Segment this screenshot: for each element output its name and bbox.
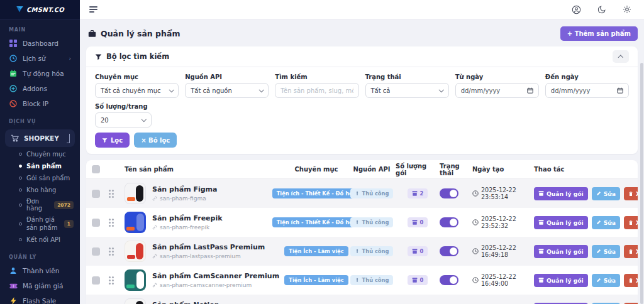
source-badge: Thủ công xyxy=(350,275,394,285)
funnel-icon xyxy=(102,138,108,143)
manage-packages-button[interactable]: Quản lý gói xyxy=(534,216,588,229)
delete-button[interactable]: Xóa xyxy=(624,216,638,229)
sidebar-item-addons[interactable]: Addons xyxy=(0,81,80,96)
page-title: Quản lý sản phẩm xyxy=(88,29,180,38)
to-date-input[interactable]: dd/mm/yyyy xyxy=(545,83,629,98)
row-checkbox[interactable] xyxy=(92,247,100,256)
delete-button[interactable]: Xóa xyxy=(624,245,638,258)
status-filter-select[interactable]: Tất cả xyxy=(365,83,449,98)
sidebar-item-product-reviews[interactable]: Đánh giá sản phẩm1 xyxy=(0,214,80,234)
row-checkbox[interactable] xyxy=(92,219,100,227)
status-toggle[interactable] xyxy=(440,217,458,227)
package-count-badge: 0 xyxy=(408,246,428,256)
select-all-checkbox[interactable] xyxy=(92,165,100,173)
product-thumbnail xyxy=(125,183,146,204)
filter-card-title: Bộ lọc tìm kiếm xyxy=(95,52,169,61)
collapse-filter-button[interactable] xyxy=(613,50,629,63)
drag-handle-icon[interactable] xyxy=(109,247,111,249)
drag-handle-icon[interactable] xyxy=(109,276,111,278)
edit-button[interactable]: Sửa xyxy=(592,187,620,200)
category-filter-select[interactable]: Tất cả chuyên mục xyxy=(95,83,179,98)
column-category: Chuyên mục xyxy=(285,166,348,173)
product-thumbnail xyxy=(125,241,146,262)
created-date: 2025-12-22 23:52:32 xyxy=(472,215,534,229)
edit-button[interactable]: Sửa xyxy=(592,245,620,258)
source-filter-label: Nguồn API xyxy=(185,73,269,80)
sidebar-section-main: MAIN xyxy=(0,19,80,36)
sidebar-item-automation[interactable]: Tự động hóa xyxy=(0,66,80,81)
scrollbar[interactable] xyxy=(640,63,643,304)
drag-handle-icon[interactable] xyxy=(109,190,111,192)
product-name: Sản phẩm Figma xyxy=(152,185,217,194)
product-thumbnail xyxy=(125,269,146,291)
topbar xyxy=(80,0,644,19)
dark-mode-icon[interactable] xyxy=(597,5,606,14)
delete-button[interactable]: Xóa xyxy=(624,187,638,200)
manage-packages-button[interactable]: Quản lý gói xyxy=(534,274,588,287)
pencil-icon xyxy=(596,220,601,225)
box-icon xyxy=(538,249,544,254)
box-icon xyxy=(412,249,418,254)
box-icon xyxy=(538,220,544,225)
category-filter-label: Chuyên mục xyxy=(95,73,179,80)
clear-filter-button[interactable]: × Bỏ lọc xyxy=(134,133,177,148)
trash-icon xyxy=(628,278,633,283)
sidebar-item-block-ip[interactable]: Block IP xyxy=(0,96,80,111)
sidebar-item-coupons[interactable]: Mã giảm giá xyxy=(0,278,80,293)
drag-handle-icon[interactable] xyxy=(109,219,111,220)
sidebar-section-services: DỊCH VỤ xyxy=(0,111,80,128)
chevron-down-icon xyxy=(439,87,444,92)
brand-logo[interactable]: CMSNT.CO xyxy=(0,0,80,19)
per-page-select[interactable]: 20 xyxy=(95,112,152,128)
sidebar-item-products[interactable]: Sản phẩm xyxy=(0,160,80,172)
sidebar-item-label: Dashboard xyxy=(23,40,58,47)
source-badge: Thủ công xyxy=(350,217,394,227)
edit-button[interactable]: Sửa xyxy=(592,216,620,229)
brand-logo-icon xyxy=(16,6,24,13)
sidebar-item-history[interactable]: Lịch sử › xyxy=(0,51,80,66)
sidebar-item-shopkey[interactable]: SHOPKEY xyxy=(5,129,75,147)
chevron-up-icon xyxy=(618,55,623,60)
source-badge: Thủ công xyxy=(350,188,394,198)
sidebar-item-flash-sale[interactable]: Flash Sale xyxy=(0,293,80,304)
row-checkbox[interactable] xyxy=(92,190,100,198)
settings-gear-icon[interactable] xyxy=(623,5,631,14)
status-toggle[interactable] xyxy=(440,188,458,198)
table-row: Sản phẩm Freepik san-pham-freepik Tiện í… xyxy=(86,208,638,237)
sidebar-item-label: SHOPKEY xyxy=(24,134,59,142)
bullet-icon xyxy=(19,165,22,168)
row-checkbox[interactable] xyxy=(92,276,100,285)
manage-packages-button[interactable]: Quản lý gói xyxy=(534,187,588,200)
shopkey-submenu: Chuyên mục Sản phẩm Gói sản phẩm Kho hàn… xyxy=(0,147,80,247)
chevron-down-icon xyxy=(142,117,147,122)
link-icon xyxy=(152,254,157,259)
edit-button[interactable]: Sửa xyxy=(592,274,620,287)
delete-button[interactable]: Xóa xyxy=(624,274,638,287)
category-badge: Tiện Ích - Làm việc xyxy=(284,246,348,256)
menu-toggle-icon[interactable] xyxy=(89,6,97,13)
apply-filter-button[interactable]: Lọc xyxy=(95,133,130,148)
box-icon xyxy=(412,191,418,196)
sidebar-item-members[interactable]: Thành viên xyxy=(0,263,80,278)
search-input[interactable] xyxy=(275,83,358,98)
status-toggle[interactable] xyxy=(440,275,458,285)
sidebar-item-product-packages[interactable]: Gói sản phẩm xyxy=(0,172,80,184)
from-date-input[interactable]: dd/mm/yyyy xyxy=(455,83,539,98)
sidebar-item-orders[interactable]: Đơn hàng2072 xyxy=(0,196,80,214)
source-filter-select[interactable]: Tất cả nguồn xyxy=(185,83,269,98)
sidebar-item-categories[interactable]: Chuyên mục xyxy=(0,148,80,160)
pencil-icon xyxy=(596,191,601,196)
created-date: 2025-12-22 23:53:14 xyxy=(472,187,534,200)
bullet-icon xyxy=(19,222,22,225)
status-toggle[interactable] xyxy=(440,246,458,256)
sidebar-item-label: Thành viên xyxy=(23,267,59,274)
sidebar-item-api-connect[interactable]: Kết nối API xyxy=(0,234,80,246)
product-name: Sản phẩm Freepik xyxy=(152,214,223,223)
add-product-button[interactable]: + Thêm sản phẩm xyxy=(560,26,638,41)
hand-touch-icon xyxy=(355,249,360,254)
sidebar-item-inventory[interactable]: Kho hàng xyxy=(0,184,80,196)
account-icon[interactable] xyxy=(572,5,581,14)
manage-packages-button[interactable]: Quản lý gói xyxy=(534,245,588,258)
created-date: 2025-12-22 16:49:18 xyxy=(472,244,534,258)
sidebar-item-dashboard[interactable]: Dashboard xyxy=(0,36,80,51)
